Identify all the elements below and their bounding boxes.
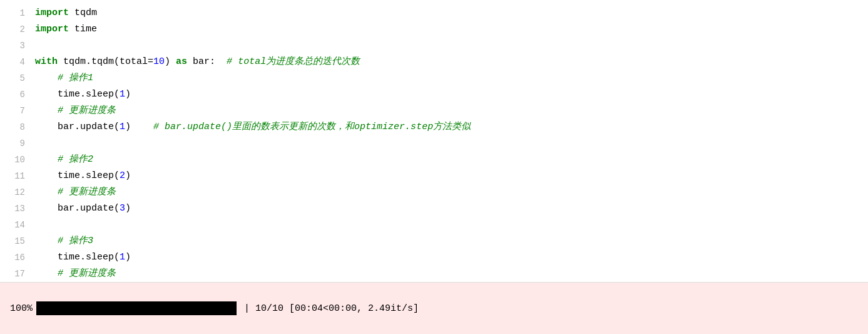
code-editor: 1 2 3 4 5 6 7 8 9 10 11 12 13 14 15 16 1… — [0, 0, 868, 282]
line-numbers: 1 2 3 4 5 6 7 8 9 10 11 12 13 14 15 16 1… — [0, 5, 30, 277]
code-line-14 — [35, 217, 868, 233]
code-line-12: # 更新进度条 — [35, 184, 868, 201]
code-line-6: time.sleep(1) — [35, 86, 868, 103]
code-line-10: # 操作2 — [35, 152, 868, 168]
code-line-3 — [35, 38, 868, 54]
code-line-9 — [35, 135, 868, 152]
code-line-4: with tqdm.tqdm(total=10) as bar: # total… — [35, 54, 868, 70]
code-line-7: # 更新进度条 — [35, 103, 868, 119]
code-line-17: # 更新进度条 — [35, 266, 868, 282]
code-line-1: import tqdm — [35, 5, 868, 21]
code-line-5: # 操作1 — [35, 70, 868, 86]
progress-bar-outer — [36, 301, 237, 315]
code-line-2: import time — [35, 21, 868, 38]
code-line-15: # 操作3 — [35, 233, 868, 249]
code-line-8: bar.update(1) # bar.update()里面的数表示更新的次数，… — [35, 119, 868, 135]
code-lines[interactable]: import tqdm import time with tqdm.tqdm(t… — [30, 5, 868, 277]
progress-info: | 10/10 [00:04<00:00, 2.49it/s] — [244, 303, 419, 314]
terminal-area: 100% | 10/10 [00:04<00:00, 2.49it/s] — [0, 282, 868, 334]
code-line-13: bar.update(3) — [35, 201, 868, 217]
progress-percent: 100% — [10, 303, 33, 314]
code-line-11: time.sleep(2) — [35, 168, 868, 184]
code-line-16: time.sleep(1) — [35, 249, 868, 266]
terminal-content: 100% | 10/10 [00:04<00:00, 2.49it/s] — [10, 301, 419, 315]
code-container: 1 2 3 4 5 6 7 8 9 10 11 12 13 14 15 16 1… — [0, 0, 868, 282]
